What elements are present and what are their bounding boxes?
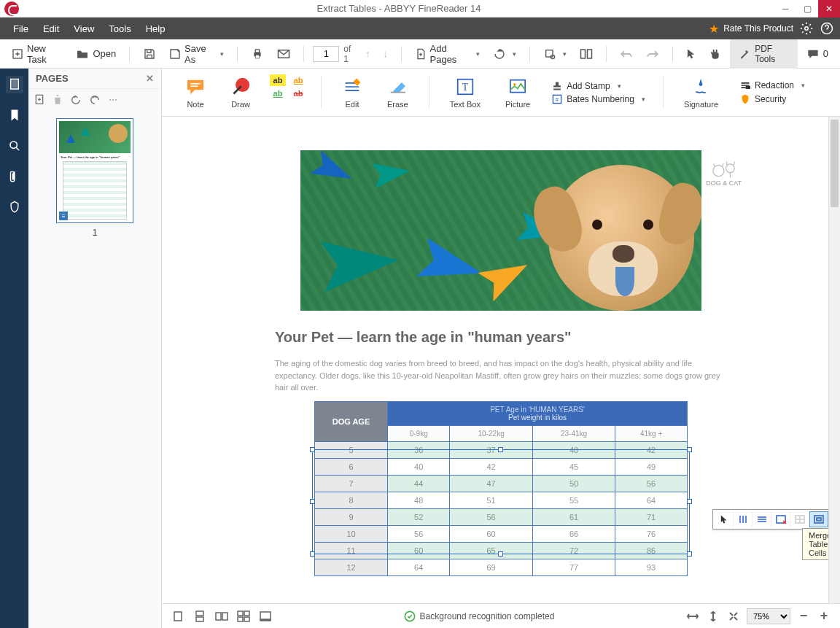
crop-button[interactable] <box>539 44 571 63</box>
document-canvas[interactable]: DOG & CAT Your Pet — learn the age in "h <box>162 117 840 603</box>
article-heading: Your Pet — learn the age in "human years… <box>275 329 727 346</box>
zoom-in-button[interactable]: + <box>817 609 831 624</box>
view-facing-button[interactable] <box>214 609 229 624</box>
new-task-label: New Task <box>27 43 63 65</box>
crop-icon <box>543 47 556 61</box>
menu-file[interactable]: File <box>6 23 36 34</box>
note-icon <box>185 77 206 97</box>
erase-button[interactable]: Erase <box>378 71 417 113</box>
view-single-button[interactable] <box>171 609 185 624</box>
save-as-button[interactable]: Save As <box>165 40 228 68</box>
rate-product-button[interactable]: ★ Rate This Product <box>709 22 793 36</box>
status-bar: Background recognition completed 75% − + <box>162 603 840 628</box>
picture-button[interactable]: Picture <box>497 71 539 113</box>
redo-button[interactable] <box>642 47 664 61</box>
tab-bookmarks[interactable] <box>6 106 23 124</box>
pointer-button[interactable] <box>682 45 701 63</box>
help-icon[interactable] <box>820 21 834 36</box>
erase-label: Erase <box>387 100 408 109</box>
page-thumbnail[interactable]: Your Pet — learn the age in "human years… <box>56 118 133 223</box>
rotate-left-icon[interactable] <box>71 95 81 105</box>
close-button[interactable]: ✕ <box>818 0 840 18</box>
view-facing-cont-button[interactable] <box>236 609 251 624</box>
split-cells-button[interactable] <box>790 511 809 527</box>
delete-thumb-icon[interactable] <box>53 95 62 105</box>
comments-count: 0 <box>823 48 828 59</box>
view-continuous-button[interactable] <box>192 609 207 624</box>
add-stamp-button[interactable]: Add Stamp <box>552 81 645 91</box>
pdf-tools-button[interactable]: PDF Tools <box>730 39 798 69</box>
undo-button[interactable] <box>615 47 637 61</box>
brand-logo: DOG & CAT <box>706 156 742 187</box>
menu-tools[interactable]: Tools <box>101 23 138 34</box>
settings-icon[interactable] <box>799 21 814 36</box>
main-toolbar: New Task Open Save As of 1 ↑ ↓ Add Pages <box>0 39 840 69</box>
select-cell-button[interactable] <box>715 511 734 527</box>
svg-rect-37 <box>238 611 243 616</box>
signature-button[interactable]: Signature <box>675 71 727 113</box>
add-pages-button[interactable]: Add Pages <box>411 40 485 68</box>
rotate-button[interactable] <box>489 44 521 63</box>
side-tabs <box>0 69 28 628</box>
strikethrough-button[interactable]: ab <box>290 88 306 99</box>
redaction-button[interactable]: Redaction <box>740 80 805 90</box>
menu-help[interactable]: Help <box>139 23 173 34</box>
draw-button[interactable]: Draw <box>222 71 260 113</box>
open-button[interactable]: Open <box>71 44 120 63</box>
add-hsplit-button[interactable] <box>752 511 771 527</box>
wand-icon <box>739 48 750 60</box>
table-row: 744475056 <box>315 475 688 492</box>
svg-rect-38 <box>244 611 249 616</box>
maximize-button[interactable]: ▢ <box>796 0 818 18</box>
tab-search[interactable] <box>6 137 23 155</box>
bates-button[interactable]: # Bates Numbering <box>552 94 645 104</box>
tab-pages[interactable] <box>6 76 23 93</box>
panel-close-icon[interactable]: ✕ <box>146 73 154 84</box>
rotate-right-icon[interactable] <box>90 95 100 105</box>
view-fullscreen-button[interactable] <box>258 609 273 624</box>
tab-signatures[interactable] <box>6 198 23 216</box>
underline-button[interactable]: ab <box>290 74 306 86</box>
hero-image <box>300 150 701 311</box>
pet-age-table[interactable]: DOG AGE PET Age in 'HUMAN YEARS' Pet wei… <box>314 401 688 576</box>
delete-split-button[interactable] <box>771 511 790 527</box>
text-box-label: Text Box <box>450 100 481 109</box>
comments-button[interactable]: 0 <box>802 44 833 63</box>
security-button[interactable]: Security <box>740 93 805 105</box>
tab-attachments[interactable] <box>6 168 23 185</box>
page-up-button[interactable]: ↑ <box>361 45 375 62</box>
highlight-yellow-button[interactable]: ab <box>270 74 286 86</box>
highlight-green-button[interactable]: ab <box>270 88 286 99</box>
new-task-button[interactable]: New Task <box>7 40 67 68</box>
add-thumb-icon[interactable] <box>34 94 44 106</box>
fit-page-button[interactable] <box>706 609 720 624</box>
more-icon[interactable]: ⋯ <box>109 95 117 105</box>
zoom-out-button[interactable]: − <box>796 609 811 624</box>
minimize-button[interactable]: ─ <box>774 0 796 18</box>
picture-label: Picture <box>505 100 530 109</box>
menu-view[interactable]: View <box>66 23 101 34</box>
merge-cells-button[interactable] <box>809 511 828 527</box>
print-button[interactable] <box>246 44 268 63</box>
zoom-select[interactable]: 75% <box>747 608 790 624</box>
pages-panel: PAGES ✕ ⋯ Your Pet — learn the age in "h… <box>28 69 162 628</box>
save-as-label: Save As <box>184 43 214 65</box>
pan-button[interactable] <box>705 45 726 63</box>
table-row: 1264697793 <box>315 559 688 575</box>
note-button[interactable]: Note <box>176 71 214 113</box>
text-box-button[interactable]: T Text Box <box>441 71 489 113</box>
add-vsplit-button[interactable] <box>734 511 752 527</box>
page-number-input[interactable] <box>313 46 339 62</box>
article-paragraph: The aging of the domestic dog varies fro… <box>275 357 727 394</box>
pdf-tools-label: PDF Tools <box>755 44 789 64</box>
email-button[interactable] <box>273 44 295 63</box>
status-message: Background recognition completed <box>420 611 555 621</box>
split-button[interactable] <box>575 44 597 63</box>
vertical-scrollbar[interactable] <box>828 117 840 603</box>
edit-button[interactable]: Edit <box>333 71 371 113</box>
save-button[interactable] <box>139 44 160 63</box>
actual-size-button[interactable] <box>726 609 741 624</box>
page-down-button[interactable]: ↓ <box>379 45 393 62</box>
fit-width-button[interactable] <box>685 609 700 624</box>
menu-edit[interactable]: Edit <box>36 23 66 34</box>
